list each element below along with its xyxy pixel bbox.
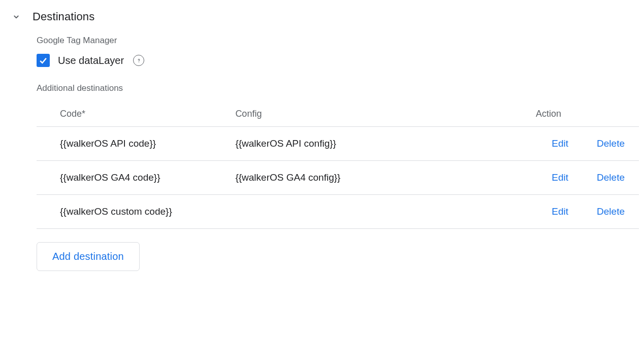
col-header-code: Code* bbox=[37, 102, 235, 127]
edit-link[interactable]: Edit bbox=[552, 172, 568, 183]
action-links: EditDelete bbox=[458, 138, 639, 149]
cell-action: EditDelete bbox=[458, 127, 639, 161]
use-datalayer-row: Use dataLayer bbox=[37, 54, 639, 67]
edit-link[interactable]: Edit bbox=[552, 138, 568, 149]
table-row: {{walkerOS API code}}{{walkerOS API conf… bbox=[37, 127, 639, 161]
delete-link[interactable]: Delete bbox=[597, 206, 625, 217]
action-links: EditDelete bbox=[458, 206, 639, 217]
add-destination-button[interactable]: Add destination bbox=[37, 242, 140, 271]
cell-config: {{walkerOS API config}} bbox=[235, 127, 458, 161]
destinations-table: Code* Config Action {{walkerOS API code}… bbox=[37, 102, 639, 229]
destinations-panel: Destinations Google Tag Manager Use data… bbox=[0, 0, 644, 281]
delete-link[interactable]: Delete bbox=[597, 138, 625, 149]
table-header-row: Code* Config Action bbox=[37, 102, 639, 127]
use-datalayer-checkbox[interactable]: Use dataLayer bbox=[37, 54, 124, 67]
edit-link[interactable]: Edit bbox=[552, 206, 568, 217]
checkbox-label: Use dataLayer bbox=[58, 55, 124, 66]
cell-config: {{walkerOS GA4 config}} bbox=[235, 161, 458, 195]
col-header-action: Action bbox=[458, 102, 639, 127]
delete-link[interactable]: Delete bbox=[597, 172, 625, 183]
table-row: {{walkerOS GA4 code}}{{walkerOS GA4 conf… bbox=[37, 161, 639, 195]
cell-action: EditDelete bbox=[458, 195, 639, 229]
svg-point-0 bbox=[138, 61, 139, 62]
additional-label: Additional destinations bbox=[37, 83, 639, 93]
table-row: {{walkerOS custom code}}EditDelete bbox=[37, 195, 639, 229]
col-header-config: Config bbox=[235, 102, 458, 127]
help-icon[interactable] bbox=[133, 55, 144, 66]
cell-code: {{walkerOS custom code}} bbox=[37, 195, 235, 229]
cell-config bbox=[235, 195, 458, 229]
chevron-down-icon[interactable] bbox=[10, 11, 22, 23]
checkbox-checked-icon bbox=[37, 54, 50, 67]
section-header: Destinations bbox=[10, 10, 639, 23]
gtm-label: Google Tag Manager bbox=[37, 36, 639, 46]
section-title: Destinations bbox=[33, 10, 94, 23]
section-content: Google Tag Manager Use dataLayer Additio… bbox=[10, 36, 639, 271]
cell-action: EditDelete bbox=[458, 161, 639, 195]
cell-code: {{walkerOS GA4 code}} bbox=[37, 161, 235, 195]
cell-code: {{walkerOS API code}} bbox=[37, 127, 235, 161]
action-links: EditDelete bbox=[458, 172, 639, 183]
